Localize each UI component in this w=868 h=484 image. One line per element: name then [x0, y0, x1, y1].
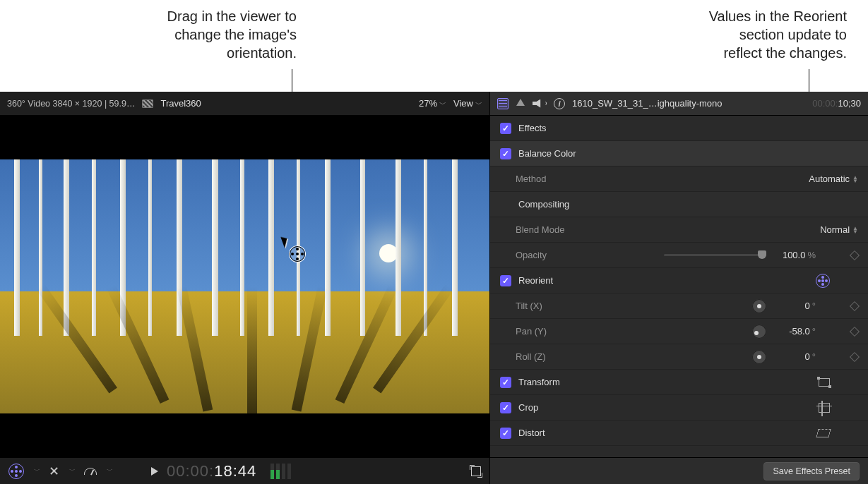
- play-button[interactable]: [151, 467, 158, 476]
- pan-row: Pan (Y) -58.0°: [490, 319, 868, 344]
- balance-color-header[interactable]: Balance Color: [490, 141, 868, 167]
- pan-value[interactable]: -58.0°: [773, 326, 816, 337]
- compositing-header[interactable]: Compositing: [490, 192, 868, 217]
- effect-title: Balance Color: [518, 148, 576, 159]
- crop-section-header[interactable]: Crop: [490, 395, 868, 421]
- section-title: Distort: [518, 428, 545, 438]
- param-label: Opacity: [516, 250, 547, 260]
- video-frame: [0, 159, 489, 413]
- tilt-row: Tilt (X) 0°: [490, 294, 868, 319]
- param-label: Roll (Z): [516, 351, 546, 362]
- transform-icon[interactable]: [819, 378, 830, 387]
- speaker-icon: [533, 99, 542, 108]
- callout-right: Values in the Reorient section update to…: [628, 7, 847, 62]
- section-title: Reorient: [518, 275, 553, 286]
- chevron-down-icon: ﹀: [69, 466, 76, 476]
- onscreen-tool-popup[interactable]: [8, 464, 24, 479]
- blend-mode-row: Blend Mode Normal▲▼: [490, 217, 868, 243]
- reorient-checkbox[interactable]: [500, 275, 511, 286]
- distort-checkbox[interactable]: [500, 428, 511, 439]
- opacity-value[interactable]: 100.0%: [773, 250, 816, 260]
- roll-row: Roll (Z) 0°: [490, 344, 868, 370]
- svg-marker-0: [516, 99, 525, 106]
- keyframe-button[interactable]: [850, 250, 860, 260]
- chevron-down-icon: ﹀: [439, 100, 446, 108]
- section-title: Crop: [518, 402, 538, 413]
- param-label: Method: [516, 174, 546, 184]
- crop-checkbox[interactable]: [500, 402, 511, 413]
- zoom-value: 27%: [419, 98, 437, 109]
- balance-color-checkbox[interactable]: [500, 148, 511, 159]
- callout-text: Drag in the viewer to: [167, 8, 297, 24]
- callout-text: change the image's: [174, 27, 297, 42]
- fullscreen-button[interactable]: [471, 466, 481, 476]
- chevron-down-icon: ﹀: [107, 466, 113, 476]
- retime-tool-popup[interactable]: [84, 468, 97, 475]
- method-popup[interactable]: Automatic▲▼: [809, 174, 858, 184]
- keyframe-button[interactable]: [850, 351, 860, 361]
- callout-text: reflect the changes.: [723, 45, 847, 61]
- inspector-pane: i 1610_SW_31_31_…ighquality-mono 00:00:1…: [490, 92, 868, 484]
- transform-checkbox[interactable]: [500, 377, 511, 388]
- view-label: View: [453, 98, 473, 109]
- viewer-canvas[interactable]: [0, 116, 489, 457]
- clip-name: Travel360: [160, 98, 201, 109]
- inspector-header: i 1610_SW_31_31_…ighquality-mono 00:00:1…: [490, 92, 868, 116]
- callout-text: orientation.: [227, 45, 297, 61]
- chevron-down-icon: ﹀: [475, 100, 482, 108]
- zoom-popup[interactable]: 27%﹀: [419, 98, 446, 109]
- info-inspector-tab[interactable]: i: [554, 98, 565, 109]
- opacity-row: Opacity 100.0%: [490, 243, 868, 268]
- callout-text: Values in the Reorient: [709, 8, 847, 24]
- callout-text: section update to: [739, 27, 847, 42]
- effects-section-header[interactable]: Effects: [490, 116, 868, 141]
- callout-left: Drag in the viewer to change the image's…: [85, 7, 297, 62]
- viewer-footer: ﹀ ✕﹀ ﹀ 00:00:18:44: [0, 457, 489, 484]
- audio-inspector-tab[interactable]: [533, 99, 547, 108]
- roll-dial[interactable]: [752, 350, 766, 364]
- opacity-slider[interactable]: [664, 254, 766, 256]
- pan-dial[interactable]: [752, 325, 766, 339]
- save-effects-preset-button[interactable]: Save Effects Preset: [763, 462, 860, 480]
- param-label: Pan (Y): [516, 326, 547, 337]
- blend-mode-popup[interactable]: Normal▲▼: [820, 224, 858, 235]
- roll-value[interactable]: 0°: [773, 351, 816, 362]
- video-format-info: 360° Video 3840 × 1920 | 59.9…: [7, 99, 135, 109]
- reorient-section-header[interactable]: Reorient: [490, 268, 868, 294]
- transform-tool-popup[interactable]: ✕: [49, 464, 59, 479]
- viewer-header: 360° Video 3840 × 1920 | 59.9… Travel360…: [0, 92, 489, 116]
- transform-section-header[interactable]: Transform: [490, 370, 868, 395]
- inspector-footer: Save Effects Preset: [490, 457, 868, 484]
- audio-meters: [270, 464, 291, 479]
- effects-checkbox[interactable]: [500, 123, 511, 134]
- section-title: Effects: [518, 123, 547, 133]
- crop-icon[interactable]: [819, 403, 830, 413]
- timecode-display[interactable]: 00:00:18:44: [167, 462, 256, 480]
- app-window: 360° Video 3840 × 1920 | 59.9… Travel360…: [0, 92, 868, 484]
- color-inspector-tab[interactable]: [516, 97, 525, 109]
- distort-icon[interactable]: [816, 429, 831, 437]
- clip-duration: 00:00:10;30: [812, 98, 861, 109]
- video-inspector-tab[interactable]: [497, 98, 509, 109]
- view-popup[interactable]: View﹀: [453, 98, 482, 109]
- section-title: Transform: [518, 377, 560, 387]
- distort-section-header[interactable]: Distort: [490, 421, 868, 446]
- viewer-pane: 360° Video 3840 × 1920 | 59.9… Travel360…: [0, 92, 490, 484]
- keyframe-button[interactable]: [850, 301, 860, 310]
- keyframe-button[interactable]: [850, 326, 860, 336]
- param-label: Tilt (X): [516, 301, 542, 311]
- reorient-onscreen-control-button[interactable]: [816, 274, 830, 288]
- clapboard-icon: [142, 99, 153, 108]
- param-label: Blend Mode: [516, 224, 564, 235]
- section-title: Compositing: [518, 199, 569, 210]
- tilt-dial[interactable]: [752, 299, 766, 313]
- balance-method-row: Method Automatic▲▼: [490, 167, 868, 192]
- chevron-down-icon: ﹀: [34, 466, 40, 476]
- inspected-clip-name: 1610_SW_31_31_…ighquality-mono: [572, 98, 805, 109]
- tilt-value[interactable]: 0°: [773, 301, 816, 311]
